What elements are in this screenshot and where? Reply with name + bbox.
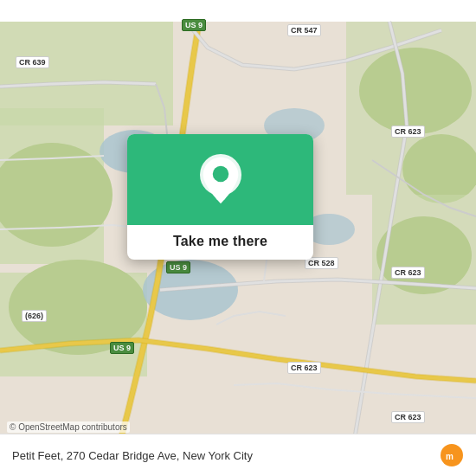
take-me-there-button[interactable]: Take me there [173, 234, 267, 249]
location-pin-icon [198, 154, 243, 206]
road-label-cr623-bot: CR 623 [287, 362, 321, 374]
road-label-cr547: CR 547 [287, 24, 321, 36]
svg-point-16 [212, 165, 228, 181]
moovit-logo-icon: m [440, 443, 464, 467]
moovit-logo: m [440, 443, 464, 467]
popup-green-header [127, 134, 313, 225]
road-label-us9-top: US 9 [182, 19, 206, 31]
road-label-us9-mid: US 9 [166, 261, 190, 273]
road-label-cr528: CR 528 [305, 257, 338, 269]
svg-point-7 [359, 48, 472, 134]
road-label-cr623-bot2: CR 623 [391, 411, 425, 423]
road-label-cr639: CR 639 [16, 56, 49, 68]
road-label-626: (626) [22, 310, 47, 322]
road-label-cr623-mid: CR 623 [391, 267, 425, 279]
svg-text:m: m [446, 452, 453, 461]
map-container: US 9 CR 639 CR 547 CR 623 CR 528 CR 623 … [0, 0, 476, 476]
map-attribution: © OpenStreetMap contributors [7, 421, 130, 433]
bottom-bar: Petit Feet, 270 Cedar Bridge Ave, New Yo… [0, 434, 476, 476]
popup-button-area: Take me there [127, 225, 313, 260]
road-label-us9-bot: US 9 [110, 342, 134, 354]
address-text: Petit Feet, 270 Cedar Bridge Ave, New Yo… [12, 449, 253, 462]
road-label-cr623-top: CR 623 [391, 125, 425, 138]
location-popup: Take me there [127, 134, 313, 260]
